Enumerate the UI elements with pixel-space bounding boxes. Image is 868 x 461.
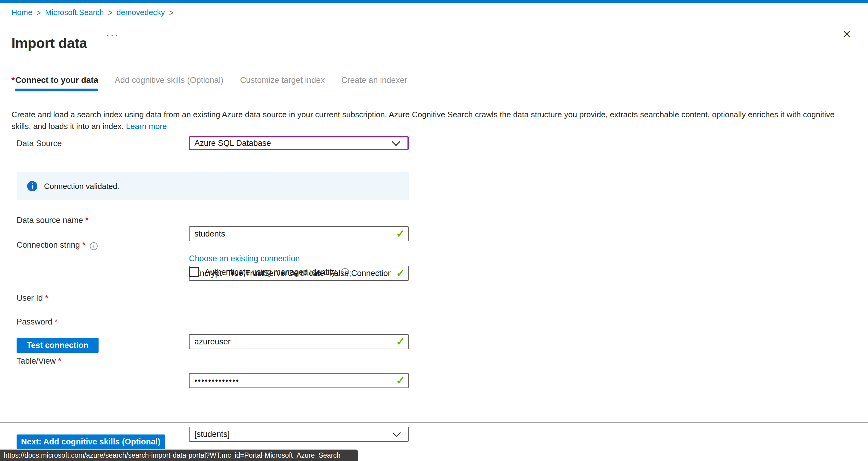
- password-input[interactable]: ••••••••••••• ✓: [189, 373, 409, 388]
- label-text: Password: [17, 317, 53, 326]
- label-text: User Id: [17, 294, 43, 303]
- more-actions-icon[interactable]: ···: [106, 29, 119, 41]
- data-source-label: Data Source: [17, 139, 62, 148]
- page-title: Import data: [11, 35, 87, 51]
- info-icon: i: [27, 181, 37, 191]
- user-id-label: User Id *: [17, 294, 48, 303]
- required-asterisk: *: [11, 75, 15, 85]
- valid-check-icon: ✓: [396, 227, 405, 240]
- managed-identity-checkbox[interactable]: [189, 267, 199, 277]
- data-source-name-label: Data source name *: [17, 216, 89, 225]
- next-add-cognitive-skills-button[interactable]: Next: Add cognitive skills (Optional): [17, 434, 165, 449]
- data-source-dropdown[interactable]: Azure SQL Database: [189, 136, 409, 150]
- tab-connect-to-your-data[interactable]: *Connect to your data: [11, 75, 98, 85]
- connection-string-label: Connection string * i: [17, 241, 98, 250]
- link-status-bar: https://docs.microsoft.com/azure/search/…: [0, 450, 358, 461]
- tab-customize-target-index[interactable]: Customize target index: [240, 75, 324, 85]
- breadcrumb: Home > Microsoft.Search > demovedecky >: [11, 8, 173, 17]
- chevron-down-icon: [393, 428, 401, 437]
- required-asterisk: *: [55, 317, 58, 326]
- breadcrumb-demovedecky[interactable]: demovedecky: [116, 8, 164, 17]
- status-url: https://docs.microsoft.com/azure/search/…: [4, 451, 341, 460]
- test-connection-button[interactable]: Test connection: [17, 338, 98, 353]
- breadcrumb-home[interactable]: Home: [11, 8, 32, 17]
- connection-validated-banner: i Connection validated.: [17, 172, 409, 201]
- choose-existing-connection-link[interactable]: Choose an existing connection: [189, 254, 300, 263]
- input-value: azureuser: [194, 337, 230, 346]
- breadcrumb-separator-icon: >: [108, 7, 112, 18]
- tab-label: Create an indexer: [341, 75, 407, 85]
- required-asterisk: *: [45, 294, 49, 303]
- input-value: •••••••••••••: [194, 376, 239, 386]
- tab-label: Customize target index: [240, 75, 324, 85]
- data-source-value: Azure SQL Database: [194, 139, 271, 148]
- dropdown-value: [students]: [194, 430, 230, 439]
- valid-check-icon: ✓: [396, 335, 405, 348]
- wizard-tabs: *Connect to your data Add cognitive skil…: [11, 75, 407, 85]
- checkbox-label: Authenticate using managed identity: [205, 268, 336, 277]
- learn-more-link[interactable]: Learn more: [126, 122, 167, 131]
- valid-check-icon: ✓: [396, 374, 405, 387]
- info-tooltip-icon[interactable]: i: [90, 242, 98, 250]
- input-value: students: [194, 229, 225, 239]
- chevron-down-icon: [392, 137, 400, 146]
- import-data-page: Home > Microsoft.Search > demovedecky > …: [0, 0, 868, 461]
- data-source-name-input[interactable]: students ✓: [189, 226, 409, 241]
- label-text: Data source name: [17, 216, 83, 225]
- tab-label: Connect to your data: [16, 75, 98, 85]
- valid-check-icon: ✓: [396, 267, 405, 280]
- required-asterisk: *: [85, 216, 89, 225]
- table-view-label: Table/View *: [17, 357, 61, 366]
- tab-create-an-indexer[interactable]: Create an indexer: [341, 75, 407, 85]
- table-view-dropdown[interactable]: [students]: [189, 427, 409, 442]
- label-text: Connection string: [17, 241, 80, 249]
- user-id-input[interactable]: azureuser ✓: [189, 334, 409, 349]
- tab-label: Add cognitive skills (Optional): [115, 75, 224, 85]
- info-tooltip-icon[interactable]: i: [341, 268, 349, 276]
- page-description: Create and load a search index using dat…: [11, 109, 856, 132]
- tab-add-cognitive-skills[interactable]: Add cognitive skills (Optional): [115, 75, 224, 85]
- required-asterisk: *: [82, 241, 86, 249]
- password-label: Password *: [17, 317, 58, 327]
- portal-top-accent-bar: [0, 0, 868, 3]
- breadcrumb-separator-icon: >: [36, 7, 41, 18]
- label-text: Table/View: [17, 357, 56, 366]
- footer-divider: [0, 422, 868, 423]
- breadcrumb-microsoft-search[interactable]: Microsoft.Search: [45, 8, 104, 17]
- banner-text: Connection validated.: [44, 182, 119, 191]
- managed-identity-row: Authenticate using managed identity i: [189, 267, 349, 277]
- close-icon[interactable]: ✕: [840, 27, 854, 41]
- breadcrumb-separator-icon: >: [169, 7, 173, 18]
- required-asterisk: *: [58, 357, 61, 366]
